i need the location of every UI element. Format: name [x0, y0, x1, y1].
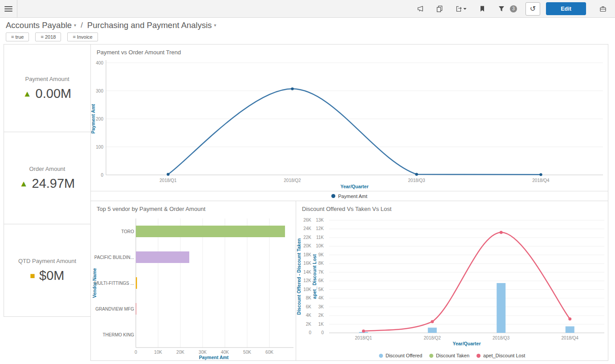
trend-legend: Payment Amt: [91, 191, 608, 201]
legend-label: Discount Taken: [436, 353, 469, 358]
filter-chip-invoice[interactable]: = Invoice: [67, 32, 98, 41]
svg-text:26K: 26K: [303, 218, 311, 222]
breadcrumb-separator: /: [81, 21, 83, 30]
legend-item-payment-amt[interactable]: Payment Amt: [331, 194, 367, 199]
legend-marker: [477, 354, 481, 358]
svg-text:200: 200: [96, 117, 103, 121]
svg-text:GRANDVIEW MFG: GRANDVIEW MFG: [95, 307, 134, 311]
breadcrumb-page[interactable]: Purchasing and Payment Analysis ▾: [87, 20, 216, 30]
svg-text:2018/Q3: 2018/Q3: [408, 178, 425, 183]
bookmark-button[interactable]: [476, 2, 489, 16]
svg-text:12K: 12K: [316, 226, 324, 231]
chart-title: Discount Offered Vs Taken Vs Lost: [296, 201, 608, 212]
svg-text:TORO: TORO: [121, 229, 134, 234]
export-icon: [455, 5, 462, 12]
svg-text:9K: 9K: [318, 252, 324, 257]
svg-text:3K: 3K: [318, 304, 324, 309]
svg-text:2K: 2K: [306, 322, 312, 327]
svg-text:0: 0: [321, 330, 324, 335]
chevron-down-icon: ▾: [214, 23, 216, 28]
present-button[interactable]: [414, 2, 427, 16]
svg-text:2018/Q4: 2018/Q4: [562, 336, 579, 340]
up-triangle-icon: ▲: [23, 89, 32, 98]
svg-text:8K: 8K: [318, 261, 324, 266]
menu-button[interactable]: [0, 0, 17, 18]
svg-text:0: 0: [309, 330, 311, 335]
svg-text:MULTI-FITTINGS ...: MULTI-FITTINGS ...: [94, 281, 134, 286]
svg-text:8K: 8K: [306, 295, 312, 300]
kpi-value: $0M: [39, 268, 64, 283]
chevron-down-icon: ▾: [74, 23, 76, 28]
svg-text:100: 100: [96, 145, 103, 150]
svg-text:PACIFIC BUILDIN...: PACIFIC BUILDIN...: [94, 255, 134, 260]
svg-text:22K: 22K: [303, 235, 311, 240]
svg-text:10K: 10K: [154, 350, 162, 355]
trend-chart-canvas[interactable]: 01002003004002018/Q12018/Q22018/Q32018/Q…: [91, 57, 608, 191]
chart-title: Top 5 vendor by Payment & Order Amount: [91, 201, 296, 212]
discount-legend: Discount Offered Discount Taken apet_Dis…: [296, 353, 608, 358]
filter-button[interactable]: [495, 2, 508, 16]
vendor-chart-canvas[interactable]: 010K20K30K40K50K60KTOROPACIFIC BUILDIN..…: [91, 214, 296, 361]
svg-text:2018/Q1: 2018/Q1: [159, 178, 177, 183]
legend-item-discount-taken[interactable]: Discount Taken: [429, 353, 469, 358]
svg-text:2018/Q2: 2018/Q2: [424, 336, 441, 340]
svg-text:16K: 16K: [303, 261, 311, 266]
breadcrumb-section[interactable]: Accounts Payable ▾: [6, 20, 76, 30]
svg-text:400: 400: [96, 61, 103, 65]
svg-text:60K: 60K: [265, 350, 273, 355]
svg-text:2018/Q4: 2018/Q4: [532, 178, 550, 183]
svg-text:2018/Q2: 2018/Q2: [284, 178, 301, 183]
chevron-down-icon: [463, 8, 467, 10]
svg-text:2018/Q1: 2018/Q1: [355, 336, 372, 340]
svg-text:18K: 18K: [303, 252, 311, 257]
svg-text:4K: 4K: [306, 313, 312, 318]
breadcrumb-section-label: Accounts Payable: [6, 20, 72, 30]
svg-text:Payment Amt: Payment Amt: [199, 355, 229, 360]
svg-text:apet_ Discount Lost: apet_ Discount Lost: [312, 254, 317, 299]
kpi-title: Order Amount: [29, 166, 65, 172]
files-button[interactable]: [596, 2, 610, 16]
legend-marker: [379, 354, 383, 358]
square-indicator-icon: ■: [30, 271, 35, 280]
svg-text:5K: 5K: [318, 287, 324, 292]
legend-label: Discount Offered: [386, 353, 422, 358]
legend-item-discount-offered[interactable]: Discount Offered: [379, 353, 422, 358]
hamburger-icon: [4, 6, 12, 7]
filter-count-badge: 3: [510, 5, 517, 12]
svg-text:Vendor Name: Vendor Name: [92, 268, 97, 298]
svg-text:30K: 30K: [199, 350, 207, 355]
filter-group: 3: [495, 2, 517, 16]
svg-text:1K: 1K: [318, 322, 324, 327]
svg-text:13K: 13K: [316, 218, 324, 222]
refresh-icon: ↺: [530, 5, 536, 12]
svg-text:Year/Quarter: Year/Quarter: [340, 184, 368, 189]
kpi-card-order-amount[interactable]: Order Amount ▲ 24.97M: [4, 132, 91, 224]
kpi-title: Payment Amount: [25, 76, 69, 82]
top-toolbar: 3 ↺ Edit: [0, 0, 615, 18]
svg-text:10K: 10K: [316, 243, 324, 248]
svg-text:THERMO KING: THERMO KING: [102, 332, 134, 337]
svg-text:0: 0: [134, 350, 137, 355]
refresh-button[interactable]: ↺: [525, 2, 540, 16]
svg-text:Year/Quarter: Year/Quarter: [452, 341, 481, 346]
export-button[interactable]: [452, 2, 470, 16]
svg-text:Discount Offered - Discount T: Discount Offered - Discount Taken: [296, 239, 301, 315]
kpi-card-payment-amount[interactable]: Payment Amount ▲ 0.00M: [4, 44, 91, 132]
legend-marker: [331, 194, 335, 198]
discount-chart-canvas[interactable]: 002K1K4K2K6K3K8K4K10K5K12K6K14K7K16K8K18…: [296, 214, 608, 348]
legend-label: Payment Amt: [338, 194, 367, 199]
copy-button[interactable]: [433, 2, 446, 16]
legend-item-discount-lost[interactable]: apet_Discount Lost: [477, 353, 525, 358]
svg-text:10K: 10K: [303, 287, 311, 292]
megaphone-icon: [417, 5, 424, 12]
filter-chip-true[interactable]: = true: [6, 32, 29, 41]
svg-text:2K: 2K: [318, 313, 324, 318]
kpi-card-qtd-payment-amount[interactable]: QTD Payment Amount ■ $0M: [4, 224, 91, 317]
discount-chart-panel: Discount Offered Vs Taken Vs Lost 002K1K…: [296, 201, 608, 361]
filter-chip-year[interactable]: = 2018: [35, 32, 61, 41]
svg-text:6K: 6K: [306, 304, 312, 309]
edit-button[interactable]: Edit: [546, 2, 586, 15]
svg-text:4K: 4K: [318, 295, 324, 300]
legend-label: apet_Discount Lost: [483, 353, 525, 358]
copy-icon: [436, 5, 443, 12]
